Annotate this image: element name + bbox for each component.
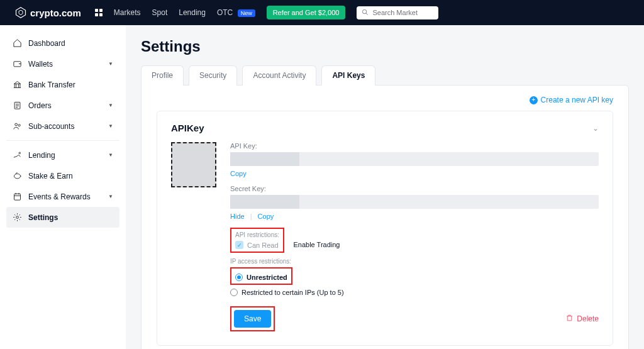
sidebar-item-label: Settings (28, 213, 58, 222)
radio-restricted[interactable] (230, 289, 238, 296)
sidebar-item-label: Sub-accounts (28, 122, 74, 131)
api-keys-panel: + Create a new API key APIKey ⌄ API Key: (141, 85, 629, 349)
plus-circle-icon: + (530, 96, 538, 104)
chevron-down-icon: ▼ (108, 152, 113, 158)
sidebar: Dashboard Wallets ▼ Bank Transfer Orders… (0, 25, 126, 349)
sidebar-item-bank-transfer[interactable]: Bank Transfer (6, 74, 119, 95)
restricted-label: Restricted to certain IPs (Up to 5) (242, 289, 344, 296)
sidebar-item-label: Events & Rewards (28, 192, 91, 201)
search-input[interactable] (372, 9, 433, 16)
chevron-down-icon: ▼ (108, 61, 113, 67)
main-content: Settings Profile Security Account Activi… (126, 25, 644, 349)
settings-tabs: Profile Security Account Activity API Ke… (141, 65, 629, 86)
api-key-label: API Key: (230, 142, 599, 150)
divider (6, 140, 119, 141)
create-api-key-link[interactable]: + Create a new API key (530, 96, 613, 104)
highlight-save: Save (230, 306, 275, 331)
tab-account-activity[interactable]: Account Activity (242, 65, 316, 86)
nav-markets[interactable]: Markets (114, 8, 141, 17)
sidebar-item-label: Stake & Earn (28, 172, 73, 180)
crypto-logo-icon (15, 7, 26, 18)
nav-otc[interactable]: OTC New (217, 8, 255, 17)
unrestricted-label: Unrestricted (247, 274, 287, 281)
svg-point-5 (18, 125, 20, 126)
wallet-icon (13, 59, 22, 69)
sidebar-item-label: Bank Transfer (28, 80, 75, 89)
brand-logo[interactable]: crypto.com (15, 7, 81, 18)
sidebar-item-dashboard[interactable]: Dashboard (6, 33, 119, 53)
ip-restrictions-label: IP access restrictions: (230, 258, 599, 265)
secret-key-label: Secret Key: (230, 185, 599, 192)
svg-rect-8 (14, 194, 21, 200)
api-key-value (230, 152, 599, 166)
users-icon (13, 121, 22, 131)
svg-point-9 (16, 216, 19, 219)
sidebar-item-label: Wallets (28, 60, 53, 69)
brand-text: crypto.com (30, 8, 81, 18)
tab-security[interactable]: Security (189, 65, 237, 86)
calendar-icon (13, 192, 22, 201)
svg-point-7 (14, 174, 21, 179)
tab-api-keys[interactable]: API Keys (321, 65, 375, 86)
chevron-down-icon: ▼ (108, 102, 113, 108)
svg-point-4 (15, 123, 18, 126)
tab-profile[interactable]: Profile (141, 65, 184, 86)
bank-icon (13, 80, 22, 89)
sidebar-item-stake-earn[interactable]: Stake & Earn (6, 165, 119, 186)
sidebar-item-orders[interactable]: Orders ▼ (6, 95, 119, 116)
search-icon (362, 9, 369, 17)
save-button[interactable]: Save (234, 310, 271, 328)
page-title: Settings (141, 38, 629, 55)
qr-code-placeholder (171, 142, 216, 187)
can-read-label: Can Read (247, 241, 279, 249)
new-badge: New (238, 9, 255, 17)
trash-icon (565, 314, 574, 324)
copy-api-key-link[interactable]: Copy (230, 170, 247, 177)
radio-unrestricted[interactable] (235, 274, 243, 281)
api-key-title: APIKey (171, 123, 204, 133)
chevron-down-icon: ▼ (108, 123, 113, 129)
highlight-unrestricted: Unrestricted (230, 267, 292, 285)
gear-icon (13, 213, 22, 222)
highlight-api-restrictions: API restrictions: ✓ Can Read (230, 228, 284, 253)
sidebar-item-label: Dashboard (28, 39, 65, 48)
sidebar-item-label: Lending (28, 151, 55, 160)
api-key-card: APIKey ⌄ API Key: Copy Secret Key: (157, 111, 613, 346)
copy-secret-link[interactable]: Copy (258, 213, 274, 220)
nav-lending[interactable]: Lending (179, 8, 206, 17)
orders-icon (13, 101, 22, 110)
sidebar-item-label: Orders (28, 101, 52, 110)
piggy-icon (13, 171, 22, 180)
secret-key-value (230, 195, 599, 209)
enable-trading-label[interactable]: Enable Trading (293, 241, 340, 248)
sidebar-item-settings[interactable]: Settings (6, 207, 119, 228)
nav-spot[interactable]: Spot (152, 8, 168, 17)
search-market[interactable] (357, 6, 438, 19)
create-label: Create a new API key (541, 96, 613, 104)
lending-icon (13, 150, 22, 160)
collapse-chevron-icon[interactable]: ⌄ (592, 124, 599, 133)
sidebar-item-sub-accounts[interactable]: Sub-accounts ▼ (6, 116, 119, 136)
can-read-checkbox[interactable]: ✓ (235, 241, 243, 249)
hide-secret-link[interactable]: Hide (230, 213, 245, 220)
svg-point-0 (363, 9, 367, 13)
delete-key-link[interactable]: Delete (565, 314, 599, 324)
sidebar-item-lending[interactable]: Lending ▼ (6, 145, 119, 165)
top-nav: crypto.com Markets Spot Lending OTC New … (0, 0, 644, 25)
svg-line-1 (366, 13, 368, 14)
home-icon (13, 38, 22, 48)
refer-button[interactable]: Refer and Get $2,000 (267, 6, 346, 19)
apps-grid-icon[interactable] (95, 9, 103, 16)
api-restrictions-label: API restrictions: (235, 231, 279, 238)
chevron-down-icon: ▼ (108, 194, 113, 199)
svg-point-6 (19, 152, 21, 154)
sidebar-item-wallets[interactable]: Wallets ▼ (6, 53, 119, 74)
delete-label: Delete (577, 314, 599, 323)
sidebar-item-events-rewards[interactable]: Events & Rewards ▼ (6, 186, 119, 207)
